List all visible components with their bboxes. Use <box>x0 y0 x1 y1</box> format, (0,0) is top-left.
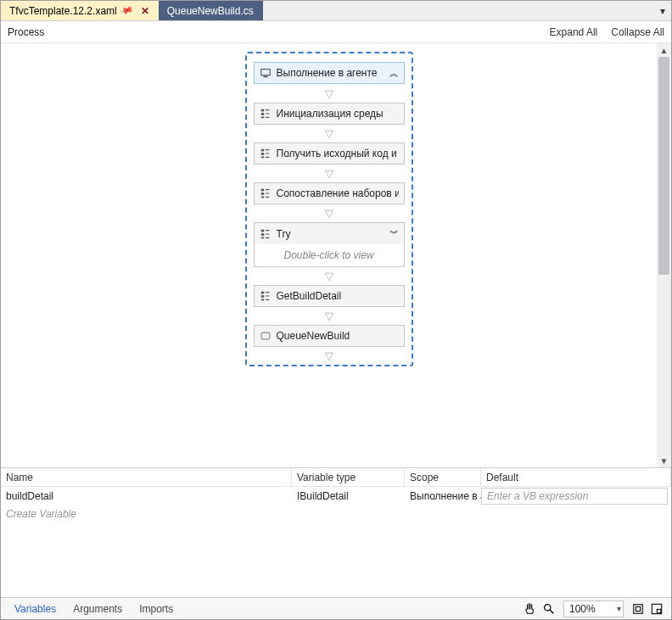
activity-label: Try <box>277 228 389 240</box>
svg-rect-15 <box>260 295 264 298</box>
activity-try-hint[interactable]: Double-click to view <box>254 244 405 267</box>
svg-rect-23 <box>657 609 660 612</box>
variables-panel: Name Variable type Scope Default buildDe… <box>1 467 671 597</box>
variable-type-cell[interactable]: IBuildDetail <box>292 487 405 505</box>
agent-icon <box>260 67 272 79</box>
activity-label: Получить исходный код и <box>277 148 399 159</box>
flow-arrow-icon: ▽ <box>254 310 405 322</box>
bottom-tab-imports[interactable]: Imports <box>131 600 182 618</box>
variable-default-placeholder: Enter a VB expression <box>487 490 588 502</box>
column-header-type[interactable]: Variable type <box>292 468 405 487</box>
chevron-down-icon: ▾ <box>617 604 621 613</box>
activity-get-source[interactable]: Получить исходный код и <box>254 142 405 165</box>
bottom-bar: Variables Arguments Imports 100% ▾ <box>1 597 671 619</box>
close-icon[interactable]: ✕ <box>141 5 149 17</box>
activity-title: Выполнение в агенте <box>277 67 389 79</box>
tab-label: TfvcTemplate.12.2.xaml <box>9 5 117 17</box>
sequence-icon <box>260 228 272 240</box>
activity-try[interactable]: Try ︾ <box>254 222 405 244</box>
svg-rect-7 <box>260 157 264 159</box>
activity-get-build-detail[interactable]: GetBuildDetail <box>254 285 405 307</box>
svg-rect-12 <box>260 233 264 236</box>
collapse-all-link[interactable]: Collapse All <box>611 26 664 38</box>
svg-rect-14 <box>260 292 264 294</box>
tab-overflow-menu[interactable]: ▾ <box>654 1 671 20</box>
svg-rect-10 <box>260 197 264 198</box>
svg-rect-2 <box>260 109 264 112</box>
code-activity-icon <box>260 330 272 342</box>
svg-rect-9 <box>260 193 264 195</box>
variable-name-cell[interactable]: buildDetail <box>1 487 292 505</box>
sequence-icon <box>260 290 272 302</box>
svg-rect-4 <box>260 117 264 119</box>
svg-rect-17 <box>261 332 270 339</box>
sequence-icon <box>260 148 272 159</box>
flow-arrow-icon: ▽ <box>254 270 405 282</box>
activity-label: Сопоставление наборов и <box>277 187 399 199</box>
agent-scope-activity[interactable]: Выполнение в агенте ︽ ▽ Инициализация ср… <box>245 52 413 366</box>
svg-rect-1 <box>263 76 267 78</box>
flow-arrow-icon: ▽ <box>254 127 405 140</box>
activity-associate-changesets[interactable]: Сопоставление наборов и <box>254 182 405 204</box>
tab-tfvc-template[interactable]: TfvcTemplate.12.2.xaml 📌 ✕ <box>1 1 159 20</box>
column-header-default[interactable]: Default <box>481 468 671 487</box>
svg-rect-20 <box>634 604 643 613</box>
scrollbar-thumb[interactable] <box>658 57 669 275</box>
flow-arrow-icon: ▽ <box>254 207 405 220</box>
svg-rect-11 <box>260 229 264 232</box>
variable-default-cell[interactable]: Enter a VB expression <box>481 488 668 505</box>
flow-arrow-icon: ▽ <box>254 87 405 100</box>
svg-rect-6 <box>260 153 264 155</box>
tab-spacer <box>263 1 654 20</box>
pin-icon[interactable]: 📌 <box>118 3 134 18</box>
create-variable-row[interactable]: Create Variable <box>1 505 671 522</box>
flow-arrow-icon: ▽ <box>254 349 405 362</box>
flow-arrow-icon: ▽ <box>254 167 405 180</box>
expand-all-link[interactable]: Expand All <box>550 26 598 38</box>
zoom-value: 100% <box>569 603 612 615</box>
activity-label: GetBuildDetail <box>277 290 399 302</box>
svg-rect-0 <box>260 70 270 75</box>
workflow-designer-surface[interactable]: Выполнение в агенте ︽ ▽ Инициализация ср… <box>1 43 657 467</box>
svg-rect-21 <box>636 606 640 611</box>
overview-icon[interactable] <box>647 600 666 617</box>
fit-to-screen-icon[interactable] <box>629 600 647 617</box>
variable-row[interactable]: buildDetail IBuildDetail Выполнение в аг… <box>1 487 671 505</box>
svg-rect-5 <box>260 149 264 152</box>
scroll-up-icon[interactable]: ▲ <box>660 43 669 57</box>
collapse-chevron-icon[interactable]: ︽ <box>389 67 399 80</box>
svg-rect-3 <box>260 113 264 115</box>
breadcrumb-bar: Process Expand All Collapse All <box>1 21 671 43</box>
column-header-scope[interactable]: Scope <box>405 468 481 487</box>
bottom-tab-arguments[interactable]: Arguments <box>64 600 131 618</box>
zoom-level-combo[interactable]: 100% ▾ <box>563 600 624 617</box>
svg-point-18 <box>545 604 551 610</box>
column-header-name[interactable]: Name <box>1 468 292 487</box>
tab-queuenewbuild[interactable]: QueueNewBuild.cs <box>159 1 263 20</box>
variable-scope-cell[interactable]: Выполнение в аген <box>405 487 481 505</box>
document-tabs: TfvcTemplate.12.2.xaml 📌 ✕ QueueNewBuild… <box>1 1 671 21</box>
activity-header[interactable]: Выполнение в агенте ︽ <box>254 62 405 84</box>
svg-rect-13 <box>260 237 264 238</box>
sequence-icon <box>260 187 272 199</box>
svg-rect-8 <box>260 189 264 192</box>
expand-chevron-icon[interactable]: ︾ <box>389 227 399 240</box>
activity-queue-new-build[interactable]: QueueNewBuild <box>254 325 405 347</box>
scroll-down-icon[interactable]: ▼ <box>660 454 669 467</box>
variables-header-row: Name Variable type Scope Default <box>1 468 671 487</box>
sequence-icon <box>260 108 272 120</box>
tab-label: QueueNewBuild.cs <box>167 5 254 17</box>
pan-tool-icon[interactable] <box>521 600 540 617</box>
activity-label: Инициализация среды <box>277 108 399 120</box>
bottom-tab-variables[interactable]: Variables <box>6 600 64 618</box>
vertical-scrollbar[interactable]: ▲ ▼ <box>657 43 671 467</box>
svg-line-19 <box>550 610 553 613</box>
activity-label: QueueNewBuild <box>277 330 399 342</box>
zoom-tool-icon[interactable] <box>540 600 558 617</box>
svg-rect-16 <box>260 299 264 301</box>
breadcrumb-root[interactable]: Process <box>8 26 44 38</box>
activity-init-env[interactable]: Инициализация среды <box>254 103 405 125</box>
